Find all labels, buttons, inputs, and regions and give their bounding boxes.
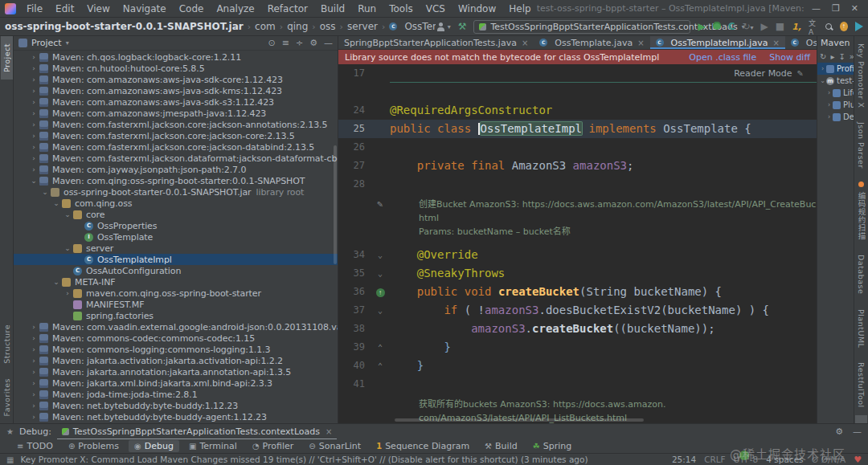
translate-icon[interactable]: 文A [809,18,817,36]
hide-panel-button[interactable]: — [853,426,862,437]
tree-row[interactable]: ›Maven: net.bytebuddy:byte-buddy-agent:1… [14,411,338,422]
breadcrumb-item[interactable]: COssTemplateImpl [389,21,435,32]
tree-row[interactable]: ›Maven: jakarta.annotation:jakarta.annot… [14,366,338,377]
toolwindow-button-sequence-diagram[interactable]: 1Sequence Diagram [371,440,475,452]
tree-row[interactable]: ›Maven: ch.qos.logback:logback-core:1.2.… [14,51,338,63]
tree-row[interactable]: ›Maven: com.fasterxml.jackson.core:jacks… [14,141,338,153]
menu-view[interactable]: View [81,2,115,15]
chevron-icon[interactable]: › [28,75,39,84]
chevron-icon[interactable]: ⌄ [51,199,62,207]
chevron-icon[interactable]: › [28,368,39,376]
chevron-icon[interactable]: › [28,143,39,151]
fold-icon[interactable]: ⌄ [371,246,390,264]
tool-strip-tab-maven[interactable]: Maven [855,415,867,423]
chevron-icon[interactable]: › [28,165,39,173]
chevron-icon[interactable]: › [28,109,39,117]
toolwindow-button-profiler[interactable]: ◔Profiler [247,440,299,452]
refresh-icon[interactable]: ↻ [820,52,826,61]
tree-row[interactable]: spring.factories [14,310,338,321]
chevron-icon[interactable]: › [28,323,39,331]
menu-refactor[interactable]: Refactor [262,2,313,15]
chevron-icon[interactable]: › [28,402,39,410]
debug-session-tab[interactable]: TestOssSpringBpptStarterApplicationTests… [57,424,338,439]
chevron-down-icon[interactable]: ▾ [66,39,69,47]
tree-row[interactable]: ›Maven: commons-codec:commons-codec:1.15 [14,332,338,344]
toolwindow-button-spring[interactable]: ☘Spring [527,440,577,452]
tree-row[interactable]: ›Maven: net.bytebuddy:byte-buddy:1.12.23 [14,400,338,411]
editor-tab[interactable]: SpringBpptStarterApplicationTests.java× [338,36,534,49]
tree-row[interactable]: ›Maven: cn.hutool:hutool-core:5.8.5 [14,63,338,74]
chevron-icon[interactable]: ⌄ [819,77,826,84]
maven-tree-row[interactable]: ⌄mtest-oss- [817,75,854,87]
tree-scrollbar[interactable] [334,145,337,264]
chevron-icon[interactable]: › [28,64,39,72]
chevron-icon[interactable]: › [28,345,39,353]
tree-row[interactable]: ›Maven: joda-time:joda-time:2.8.1 [14,389,338,400]
show-diff-link[interactable]: Show diff [769,52,810,63]
tool-strip-tab-json-parser[interactable]: Json Parser [855,115,867,176]
menu-file[interactable]: File [21,2,48,15]
chevron-icon[interactable]: › [28,53,39,61]
maven-tree-row[interactable]: ›Profiles [817,63,854,75]
chevron-icon[interactable]: › [28,87,39,95]
fold-icon[interactable]: ⌄ [371,264,390,283]
tool-strip-tab-restfultool[interactable]: RestfulTool [855,355,867,415]
tool-strip-tab-favorites[interactable]: Favorites [1,371,13,423]
tree-row[interactable]: ›Maven: com.fasterxml.jackson.dataformat… [14,153,338,164]
tree-row[interactable]: COssAutoConfiguration [14,265,338,276]
toolwindow-button-todo[interactable]: ≡TODO [11,440,59,452]
chevron-icon[interactable]: ⌄ [28,177,39,185]
tool-strip-tab--[interactable]: 编码规约扫描 [854,176,868,247]
chevron-icon[interactable]: › [28,132,39,140]
tree-row[interactable]: ›Maven: com.jayway.jsonpath:json-path:2.… [14,164,338,175]
events-icon[interactable]: 1, [792,22,801,32]
chevron-icon[interactable]: › [28,413,39,421]
maven-tree-row[interactable]: ›Depe [817,111,854,123]
editor-tab[interactable]: COssTemplate.java× [534,36,649,49]
hide-panel-button[interactable]: — [324,38,333,48]
tool-strip-tab-structure[interactable]: Structure [1,317,13,371]
menu-tools[interactable]: Tools [383,2,419,15]
toolwindow-button-build[interactable]: ⚒Build [479,440,523,452]
tool-strip-tab-key-promoter-x[interactable]: Key Promoter X [855,36,867,115]
collapse-all-button[interactable]: ÷ [296,38,303,48]
menu-build[interactable]: Build [315,2,350,15]
fold-icon[interactable]: ⌃ [371,338,390,357]
locate-file-button[interactable]: ⊙ [268,38,275,48]
coverage-button[interactable]: C [728,22,735,31]
plugin-kite-icon[interactable] [855,22,863,31]
maven-tree-row[interactable]: ›Plugi [817,99,854,111]
chevron-icon[interactable]: ⌄ [62,244,73,252]
chevron-icon[interactable]: › [28,120,39,128]
chevron-icon[interactable]: › [28,379,39,387]
breadcrumb-item[interactable]: com [255,21,276,32]
close-button[interactable]: ✕ [851,3,858,14]
close-icon[interactable]: × [637,39,644,47]
tree-row[interactable]: ›Maven: jakarta.xml.bind:jakarta.xml.bin… [14,377,338,389]
download-icon[interactable]: ↧ [838,52,845,61]
tree-row[interactable]: COssTemplateImpl [14,254,338,265]
tool-strip-tab-project[interactable]: Project [1,36,13,80]
tree-row[interactable]: COssProperties [14,220,338,231]
toolwindow-button-debug[interactable]: ◉Debug [129,440,179,452]
indent-setting[interactable]: 4 spaces [766,455,803,464]
run-configuration-select[interactable]: TestOssSpringBpptStarterApplicationTests… [473,20,690,34]
gear-icon[interactable]: ⚙ [835,426,843,437]
override-method-icon[interactable]: ↑ [376,288,385,297]
maximize-button[interactable]: ❒ [832,3,840,14]
tree-row[interactable]: ›Maven: com.amazonaws:aws-java-sdk-s3:1.… [14,96,338,108]
menu-run[interactable]: Run [352,2,382,15]
user-account-button[interactable]: ▾ [436,22,451,32]
line-separator[interactable]: CRLF [704,455,726,464]
editor-tab[interactable]: COssAutoConfiguration.java× [785,36,817,49]
toolwindow-switcher-icon[interactable]: ▦ [6,455,14,464]
search-everywhere-icon[interactable] [825,22,832,31]
tree-row[interactable]: ⌄Maven: com.qing:oss-spring-boot-starter… [14,175,338,186]
chevron-icon[interactable]: › [825,101,833,108]
menu-analyze[interactable]: Analyze [211,2,260,15]
run-button[interactable]: ▶ [698,22,705,31]
menu-navigate[interactable]: Navigate [117,2,172,15]
tree-row[interactable]: ⌄META-INF [14,276,338,288]
close-icon[interactable]: × [772,39,779,47]
tree-row[interactable]: ⌄com.qing.oss [14,198,338,209]
